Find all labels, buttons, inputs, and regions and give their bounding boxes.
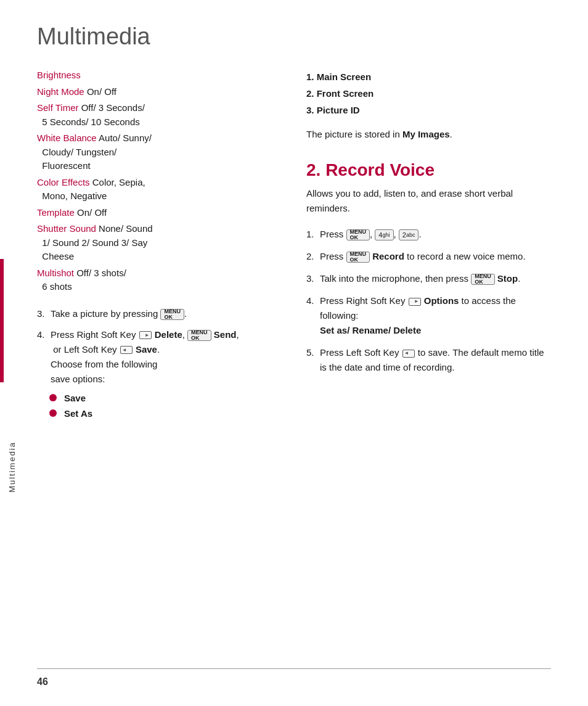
bullet-set-as: Set As — [49, 408, 282, 419]
right-step-3-number: 3. — [306, 271, 320, 286]
menu-key-icon-3: MENUOK — [160, 309, 184, 320]
right-list-item-2: 2. Front Screen — [306, 85, 551, 102]
menu-key-1: MENUOK — [346, 229, 370, 240]
content-area: Brightness Night Mode On/ Off Self Timer… — [0, 62, 588, 706]
setting-label-self-timer: Self Timer — [37, 102, 79, 113]
setting-label-brightness: Brightness — [37, 70, 81, 80]
menu-key-2: MENUOK — [346, 252, 370, 263]
set-as-label: Set as/ Rename/ Delete — [320, 325, 421, 335]
right-step-4: 4. Press Right Soft Key ► Options to acc… — [306, 293, 551, 338]
bullet-dot-set-as — [49, 409, 57, 417]
setting-value-night-mode: On/ Off — [87, 86, 116, 97]
right-step-2-number: 2. — [306, 249, 320, 264]
page-title: Multimedia — [0, 0, 588, 62]
bullet-label-save: Save — [64, 393, 86, 403]
setting-template: Template On/ Off — [37, 206, 282, 220]
page-number: 46 — [37, 676, 48, 688]
setting-label-color-effects: Color Effects — [37, 177, 90, 187]
setting-label-multishot: Multishot — [37, 268, 74, 278]
setting-shutter-sound: Shutter Sound None/ Sound 1/ Sound 2/ So… — [37, 222, 282, 264]
setting-color-effects: Color Effects Color, Sepia, Mono, Negati… — [37, 176, 282, 203]
right-step-1-number: 1. — [306, 227, 320, 242]
menu-key-icon-4: MENUOK — [187, 330, 211, 341]
right-step-2: 2. Press MENUOK Record to record a new v… — [306, 249, 551, 264]
stored-text: The picture is stored in My Images. — [306, 127, 551, 142]
setting-white-balance: White Balance Auto/ Sunny/ Cloudy/ Tungs… — [37, 131, 282, 173]
right-step-5-number: 5. — [306, 345, 320, 360]
right-step-5: 5. Press Left Soft Key ◄ to save. The de… — [306, 345, 551, 375]
setting-self-timer: Self Timer Off/ 3 Seconds/ 5 Seconds/ 10… — [37, 101, 282, 129]
menu-key-3: MENUOK — [471, 274, 495, 285]
right-step-4-number: 4. — [306, 293, 320, 308]
page-divider — [37, 668, 551, 669]
right-list-item-1: 1. Main Screen — [306, 68, 551, 85]
setting-label-white-balance: White Balance — [37, 133, 97, 143]
right-step-5-content: Press Left Soft Key ◄ to save. The defau… — [320, 345, 551, 375]
page-container: Multimedia Multimedia Brightness Night M… — [0, 0, 588, 706]
stored-text-bold: My Images — [402, 129, 450, 139]
setting-multishot: Multishot Off/ 3 shots/ 6 shots — [37, 266, 282, 294]
key-4ghi: 4 ghi — [375, 229, 393, 240]
step-3-number: 3. — [37, 306, 51, 321]
key-2abc: 2 abc — [399, 229, 419, 240]
settings-list: Brightness Night Mode On/ Off Self Timer… — [37, 68, 282, 294]
right-step-2-content: Press MENUOK Record to record a new voic… — [320, 249, 551, 264]
right-step-3-content: Talk into the microphone, then press MEN… — [320, 271, 551, 286]
stop-label: Stop — [497, 273, 518, 284]
setting-value-template: On/ Off — [77, 207, 107, 218]
step-3-content: Take a picture by pressing MENUOK . — [51, 306, 282, 321]
setting-night-mode: Night Mode On/ Off — [37, 85, 282, 99]
options-label: Options — [424, 295, 459, 306]
setting-brightness: Brightness — [37, 68, 282, 83]
section-2-heading: 2. Record Voice — [306, 160, 551, 180]
bullet-label-set-as: Set As — [64, 408, 92, 419]
sidebar-label: Multimedia — [7, 441, 17, 493]
stored-text-prefix: The picture is stored in — [306, 129, 402, 139]
bullet-save: Save — [49, 393, 282, 403]
setting-label-shutter-sound: Shutter Sound — [37, 223, 96, 234]
bullet-list: Save Set As — [49, 393, 282, 419]
setting-label-night-mode: Night Mode — [37, 86, 84, 97]
step-4-send: Send — [214, 329, 237, 340]
right-step-3: 3. Talk into the microphone, then press … — [306, 271, 551, 286]
stored-text-suffix: . — [450, 129, 452, 139]
step-3: 3. Take a picture by pressing MENUOK . — [37, 306, 282, 321]
right-list-item-3: 3. Picture ID — [306, 102, 551, 118]
step-4: 4. Press Right Soft Key ► Delete, MENUOK… — [37, 327, 282, 387]
left-column: Brightness Night Mode On/ Off Self Timer… — [37, 62, 282, 706]
step-4-number: 4. — [37, 327, 51, 342]
step-4-delete: Delete — [155, 329, 182, 340]
step-4-save: Save — [136, 344, 157, 355]
setting-label-template: Template — [37, 207, 75, 218]
right-step-1-content: Press MENUOK , 4 ghi, 2 abc. — [320, 227, 551, 242]
section-2-desc: Allows you to add, listen to, and erase … — [306, 186, 551, 216]
bullet-dot-save — [49, 394, 57, 401]
right-step-4-content: Press Right Soft Key ► Options to access… — [320, 293, 551, 338]
right-column: 1. Main Screen 2. Front Screen 3. Pictur… — [306, 62, 551, 706]
step-4-content: Press Right Soft Key ► Delete, MENUOK Se… — [51, 327, 282, 387]
record-label: Record — [372, 251, 404, 261]
sidebar-label-container: Multimedia — [0, 277, 23, 657]
right-numbered-list: 1. Main Screen 2. Front Screen 3. Pictur… — [306, 68, 551, 118]
right-step-1: 1. Press MENUOK , 4 ghi, 2 abc. — [306, 227, 551, 242]
